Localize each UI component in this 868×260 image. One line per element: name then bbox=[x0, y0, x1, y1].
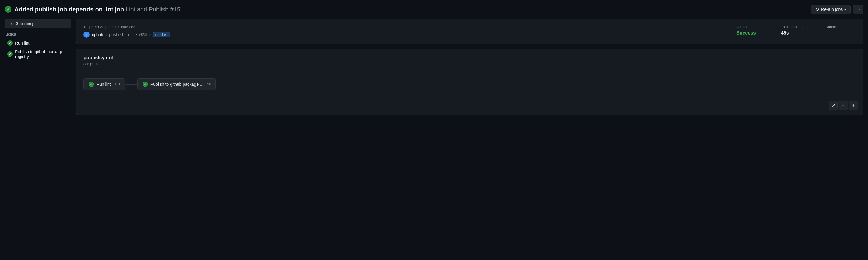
duration-stat: Total duration 45s bbox=[781, 25, 811, 36]
sidebar: ⌂ Summary Jobs Run lint Publish to githu… bbox=[5, 18, 71, 115]
sidebar-summary-item[interactable]: ⌂ Summary bbox=[5, 18, 71, 28]
job-node-name-0: Run lint bbox=[96, 82, 111, 87]
header-actions: ↻ Re-run jobs ▾ ··· bbox=[811, 5, 863, 14]
title-muted: Lint and Publish #15 bbox=[126, 6, 180, 13]
more-label: ··· bbox=[856, 7, 860, 12]
artifacts-value: – bbox=[826, 30, 856, 36]
workflow-diagram: Run lint 16s Publish to github package .… bbox=[84, 78, 856, 90]
sidebar-job-run-lint[interactable]: Run lint bbox=[5, 39, 71, 47]
status-value: Success bbox=[736, 30, 767, 36]
avatar: c bbox=[84, 32, 90, 38]
rerun-label: Re-run jobs bbox=[821, 7, 843, 12]
workflow-trigger: on: push bbox=[84, 62, 856, 66]
job-node-duration-0: 16s bbox=[114, 82, 120, 86]
sidebar-job-publish[interactable]: Publish to github package registry bbox=[5, 47, 71, 61]
jobs-section-label: Jobs bbox=[5, 31, 71, 39]
duration-value: 45s bbox=[781, 30, 811, 36]
job-node-run-lint[interactable]: Run lint 16s bbox=[84, 78, 125, 90]
artifacts-stat: Artifacts – bbox=[826, 25, 856, 36]
page-title: Added publish job depends on lint job Li… bbox=[14, 6, 180, 13]
fit-icon: ⤢ bbox=[831, 103, 835, 108]
connector-line bbox=[125, 84, 137, 84]
job-node-name-1: Publish to github package ... bbox=[150, 82, 204, 87]
duration-label: Total duration bbox=[781, 25, 811, 29]
connector-dot bbox=[136, 83, 138, 85]
trigger-info: Triggered via push 1 minute ago c cphale… bbox=[84, 25, 722, 38]
branch-badge: master bbox=[153, 32, 170, 37]
trigger-row: c cphalen pushed -o- 8a923b9 master bbox=[84, 32, 722, 38]
publish-status-icon bbox=[7, 51, 13, 57]
run-lint-status-icon bbox=[7, 40, 13, 46]
header-left: Added publish job depends on lint job Li… bbox=[5, 6, 180, 13]
sidebar-job-label-0: Run lint bbox=[15, 41, 29, 45]
sidebar-job-label-1: Publish to github package registry bbox=[15, 49, 69, 59]
home-icon: ⌂ bbox=[8, 21, 13, 26]
plus-icon: + bbox=[852, 103, 855, 108]
refresh-icon: ↻ bbox=[815, 7, 819, 12]
status-label: Status bbox=[736, 25, 767, 29]
title-bold: Added publish job depends on lint job bbox=[14, 6, 124, 13]
status-stat: Status Success bbox=[736, 25, 767, 36]
chevron-down-icon: ▾ bbox=[844, 8, 846, 11]
minus-icon: − bbox=[842, 103, 844, 108]
sidebar-summary-label: Summary bbox=[16, 21, 34, 26]
artifacts-label: Artifacts bbox=[826, 25, 856, 29]
zoom-controls: ⤢ − + bbox=[829, 101, 858, 110]
workflow-filename: publish.yaml bbox=[84, 55, 856, 61]
username: cphalen bbox=[92, 32, 107, 37]
more-button[interactable]: ··· bbox=[853, 5, 863, 14]
rerun-button[interactable]: ↻ Re-run jobs ▾ bbox=[811, 5, 850, 14]
workflow-card: publish.yaml on: push Run lint 16s Publi… bbox=[76, 49, 863, 115]
fit-button[interactable]: ⤢ bbox=[829, 101, 838, 110]
page-header: Added publish job depends on lint job Li… bbox=[5, 5, 863, 14]
run-lint-node-icon bbox=[89, 81, 94, 87]
zoom-out-button[interactable]: − bbox=[839, 101, 848, 110]
success-icon bbox=[5, 6, 11, 13]
job-node-publish[interactable]: Publish to github package ... 5s bbox=[137, 78, 216, 90]
main-layout: ⌂ Summary Jobs Run lint Publish to githu… bbox=[5, 18, 863, 115]
job-node-duration-1: 5s bbox=[207, 82, 211, 86]
publish-node-icon bbox=[143, 81, 148, 87]
pushed-label: pushed bbox=[109, 32, 123, 37]
content-area: Triggered via push 1 minute ago c cphale… bbox=[76, 18, 863, 115]
zoom-in-button[interactable]: + bbox=[849, 101, 858, 110]
trigger-label: Triggered via push 1 minute ago bbox=[84, 25, 722, 29]
commit-hash: 8a923b9 bbox=[135, 33, 151, 37]
info-card: Triggered via push 1 minute ago c cphale… bbox=[76, 18, 863, 44]
